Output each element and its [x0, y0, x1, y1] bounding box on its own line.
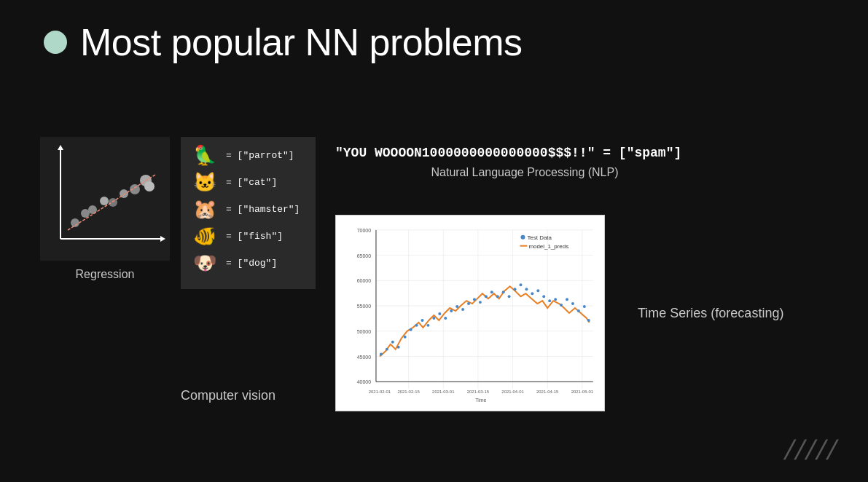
svg-point-82 — [520, 235, 525, 240]
computer-vision-box: 🦜 = ["parrot"] 🐱 = ["cat"] 🐹 = ["hamster… — [181, 137, 316, 289]
svg-point-47 — [391, 341, 394, 344]
svg-point-59 — [461, 308, 464, 311]
svg-text:60000: 60000 — [357, 278, 371, 283]
svg-point-61 — [473, 298, 476, 301]
svg-point-70 — [525, 288, 528, 291]
cv-hamster-label: = ["hamster"] — [226, 204, 300, 215]
svg-point-52 — [421, 319, 424, 322]
svg-point-60 — [467, 302, 470, 305]
svg-point-51 — [415, 324, 418, 327]
svg-point-74 — [548, 299, 551, 302]
svg-point-65 — [496, 295, 499, 298]
cat-emoji: 🐱 — [188, 171, 222, 194]
title-area: Most popular NN problems — [44, 20, 522, 64]
time-series-svg: 70000 65000 60000 55000 50000 45000 4000… — [336, 216, 604, 411]
cv-row-dog: 🐶 = ["dog"] — [188, 252, 305, 274]
fish-emoji: 🐠 — [188, 225, 222, 248]
svg-text:model_1_preds: model_1_preds — [528, 243, 568, 250]
svg-text:40000: 40000 — [357, 379, 371, 384]
svg-text:2021-02-01: 2021-02-01 — [369, 390, 391, 394]
svg-point-48 — [397, 346, 400, 349]
svg-text:Time: Time — [475, 398, 486, 403]
slash-decoration: ///// — [781, 435, 842, 466]
svg-point-57 — [450, 309, 453, 312]
svg-point-63 — [485, 295, 488, 298]
svg-point-54 — [432, 317, 435, 320]
nlp-section: "YOU WOOOON1000000000000000$$$!!" = ["sp… — [335, 146, 714, 179]
svg-point-62 — [479, 301, 482, 304]
nlp-label: Natural Language Processing (NLP) — [335, 166, 714, 179]
svg-point-80 — [583, 305, 586, 308]
svg-point-4 — [71, 218, 79, 227]
svg-point-66 — [502, 291, 505, 293]
svg-text:2021-03-01: 2021-03-01 — [432, 390, 455, 394]
svg-point-72 — [536, 289, 539, 292]
svg-marker-2 — [160, 236, 165, 242]
title-dot — [44, 31, 67, 54]
svg-text:70000: 70000 — [357, 228, 371, 233]
svg-text:55000: 55000 — [357, 304, 371, 309]
svg-text:Test Data: Test Data — [527, 234, 552, 241]
time-series-label: Time Series (forecasting) — [638, 306, 783, 321]
svg-point-50 — [410, 328, 413, 331]
svg-text:50000: 50000 — [357, 329, 371, 334]
page-title: Most popular NN problems — [80, 20, 522, 64]
time-series-chart: 70000 65000 60000 55000 50000 45000 4000… — [335, 215, 605, 411]
dog-emoji: 🐶 — [188, 252, 222, 274]
svg-point-45 — [380, 353, 383, 356]
cv-fish-label: = ["fish"] — [226, 231, 283, 242]
svg-marker-3 — [58, 145, 63, 150]
svg-text:2021-03-15: 2021-03-15 — [467, 390, 490, 394]
regression-chart — [40, 137, 170, 261]
svg-point-53 — [426, 324, 429, 327]
regression-label: Regression — [40, 268, 170, 281]
svg-text:2021-04-01: 2021-04-01 — [501, 390, 524, 394]
svg-point-67 — [508, 295, 511, 298]
svg-point-55 — [438, 312, 441, 315]
svg-point-71 — [531, 292, 533, 295]
svg-text:65000: 65000 — [357, 253, 371, 258]
svg-point-78 — [571, 302, 574, 305]
svg-text:2021-04-15: 2021-04-15 — [536, 390, 559, 394]
svg-point-7 — [100, 197, 109, 205]
svg-point-81 — [587, 319, 590, 322]
regression-svg — [40, 137, 170, 261]
nlp-spam-text: "YOU WOOOON1000000000000000$$$!!" = ["sp… — [335, 146, 714, 160]
svg-text:45000: 45000 — [357, 355, 371, 360]
computer-vision-caption: Computer vision — [181, 388, 275, 403]
cv-parrot-label: = ["parrot"] — [226, 150, 294, 161]
svg-point-77 — [566, 298, 568, 301]
svg-point-56 — [444, 317, 447, 320]
svg-text:2021-02-15: 2021-02-15 — [397, 390, 420, 394]
svg-point-68 — [514, 288, 517, 291]
cv-row-parrot: 🦜 = ["parrot"] — [188, 144, 305, 167]
cv-dog-label: = ["dog"] — [226, 258, 277, 269]
svg-point-76 — [560, 304, 563, 307]
svg-point-73 — [542, 295, 545, 298]
svg-point-49 — [404, 336, 407, 339]
parrot-emoji: 🦜 — [188, 144, 222, 167]
svg-point-75 — [554, 298, 557, 301]
svg-point-69 — [519, 283, 522, 286]
svg-point-46 — [386, 348, 388, 351]
hamster-emoji: 🐹 — [188, 198, 222, 221]
cv-cat-label: = ["cat"] — [226, 177, 277, 188]
svg-text:2021-05-01: 2021-05-01 — [571, 390, 594, 394]
cv-row-fish: 🐠 = ["fish"] — [188, 225, 305, 248]
regression-section: Regression — [40, 137, 170, 281]
svg-point-64 — [490, 291, 493, 293]
svg-point-79 — [577, 309, 580, 312]
svg-point-58 — [455, 305, 458, 308]
cv-row-cat: 🐱 = ["cat"] — [188, 171, 305, 194]
cv-row-hamster: 🐹 = ["hamster"] — [188, 198, 305, 221]
svg-point-12 — [144, 181, 155, 191]
